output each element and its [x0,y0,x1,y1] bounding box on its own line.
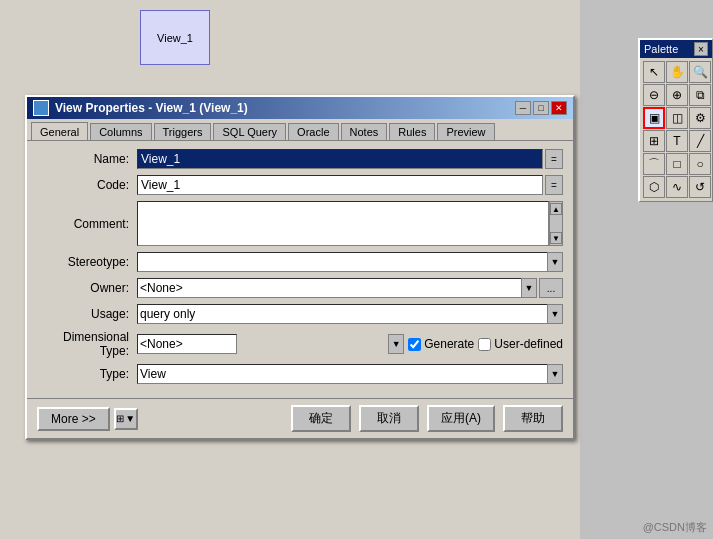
comment-scrollbar[interactable]: ▲ ▼ [549,201,563,246]
code-label: Code: [37,178,137,192]
owner-select-wrapper: <None> ▼ [137,278,537,298]
dialog-close-button[interactable]: ✕ [551,101,567,115]
generate-label-text: Generate [424,337,474,351]
dialog-restore-button[interactable]: □ [533,101,549,115]
palette-btn-view[interactable]: ◫ [666,107,688,129]
stereotype-select[interactable] [137,252,563,272]
code-input[interactable] [137,175,543,195]
name-eq-button[interactable]: = [545,149,563,169]
code-input-group: = [137,175,563,195]
dialog-title: View Properties - View_1 (View_1) [55,101,248,115]
owner-label: Owner: [37,281,137,295]
user-defined-checkbox[interactable] [478,338,491,351]
confirm-button[interactable]: 确定 [291,405,351,432]
palette-btn-line[interactable]: ╱ [689,130,711,152]
cancel-button[interactable]: 取消 [359,405,419,432]
tab-columns[interactable]: Columns [90,123,151,140]
scrollbar-up-arrow[interactable]: ▲ [550,203,562,215]
view-node[interactable]: View_1 [140,10,210,65]
dialog-content: Name: = Code: = Comment: ▲ ▼ [27,140,573,398]
tab-preview[interactable]: Preview [437,123,494,140]
palette-btn-pointer[interactable]: ↖ [643,61,665,83]
owner-browse-button[interactable]: ... [539,278,563,298]
tab-general[interactable]: General [31,122,88,140]
view-properties-dialog: View Properties - View_1 (View_1) ─ □ ✕ … [25,95,575,440]
palette-btn-rect[interactable]: □ [666,153,688,175]
palette-panel: Palette × ↖✋🔍⊖⊕⧉▣◫⚙⊞T╱⌒□○⬡∿↺ [638,38,713,202]
dim-type-group: <None> ▼ Generate User-defined [137,334,563,354]
comment-row: Comment: ▲ ▼ [37,201,563,246]
owner-select[interactable]: <None> [137,278,537,298]
palette-btn-table[interactable]: ⊞ [643,130,665,152]
palette-btn-zoom-area[interactable]: ⊕ [666,84,688,106]
comment-textarea[interactable] [137,201,549,246]
footer-right-group: 确定 取消 应用(A) 帮助 [291,405,563,432]
type-label: Type: [37,367,137,381]
usage-select-wrapper: query only ▼ [137,304,563,324]
user-defined-checkbox-label: User-defined [478,337,563,351]
usage-select[interactable]: query only [137,304,563,324]
palette-btn-zoom-in[interactable]: 🔍 [689,61,711,83]
type-select-wrapper: View ▼ [137,364,563,384]
palette-btn-loop[interactable]: ↺ [689,176,711,198]
palette-btn-hand[interactable]: ✋ [666,61,688,83]
tab-triggers[interactable]: Triggers [154,123,212,140]
type-row: Type: View ▼ [37,364,563,384]
dim-type-dropdown-arrow: ▼ [388,334,404,354]
tab-oracle[interactable]: Oracle [288,123,338,140]
owner-row: Owner: <None> ▼ ... [37,278,563,298]
palette-btn-text[interactable]: T [666,130,688,152]
generate-checkbox[interactable] [408,338,421,351]
code-row: Code: = [37,175,563,195]
palette-btn-poly[interactable]: ⬡ [643,176,665,198]
tab-notes[interactable]: Notes [341,123,388,140]
palette-btn-copy[interactable]: ⧉ [689,84,711,106]
dialog-titlebar: View Properties - View_1 (View_1) ─ □ ✕ [27,97,573,119]
dialog-controls: ─ □ ✕ [515,101,567,115]
name-input[interactable] [137,149,543,169]
footer-dropdown-arrow: ▼ [125,413,135,424]
footer-table-icon: ⊞ [116,413,124,424]
palette-title: Palette [644,43,678,55]
palette-titlebar: Palette × [640,40,712,58]
name-row: Name: = [37,149,563,169]
footer-left-group: More >> ⊞ ▼ [37,407,138,431]
usage-label: Usage: [37,307,137,321]
palette-btn-ellipse[interactable]: ○ [689,153,711,175]
apply-button[interactable]: 应用(A) [427,405,495,432]
palette-btn-curve[interactable]: ∿ [666,176,688,198]
dialog-minimize-button[interactable]: ─ [515,101,531,115]
tab-rules[interactable]: Rules [389,123,435,140]
owner-group: <None> ▼ ... [137,278,563,298]
stereotype-select-wrapper: ▼ [137,252,563,272]
code-eq-button[interactable]: = [545,175,563,195]
dim-type-select-wrapper: <None> ▼ [137,334,404,354]
palette-grid: ↖✋🔍⊖⊕⧉▣◫⚙⊞T╱⌒□○⬡∿↺ [640,58,712,201]
palette-btn-arc1[interactable]: ⌒ [643,153,665,175]
name-input-group: = [137,149,563,169]
footer-icon-button[interactable]: ⊞ ▼ [114,408,138,430]
usage-row: Usage: query only ▼ [37,304,563,324]
palette-close-button[interactable]: × [694,42,708,56]
help-button[interactable]: 帮助 [503,405,563,432]
more-button[interactable]: More >> [37,407,110,431]
generate-checkbox-label: Generate [408,337,474,351]
dialog-icon [33,100,49,116]
scrollbar-down-arrow[interactable]: ▼ [550,232,562,244]
palette-btn-zoom-out[interactable]: ⊖ [643,84,665,106]
palette-btn-entity[interactable]: ▣ [643,107,665,129]
comment-label: Comment: [37,217,137,231]
watermark: @CSDN博客 [643,520,707,535]
name-label: Name: [37,152,137,166]
dim-type-row: Dimensional Type: <None> ▼ Generate User… [37,330,563,358]
dim-type-label: Dimensional Type: [37,330,137,358]
comment-textarea-wrapper: ▲ ▼ [137,201,563,246]
palette-btn-gear[interactable]: ⚙ [689,107,711,129]
stereotype-label: Stereotype: [37,255,137,269]
view-node-label: View_1 [157,32,193,44]
type-select[interactable]: View [137,364,563,384]
stereotype-row: Stereotype: ▼ [37,252,563,272]
tab-sql-query[interactable]: SQL Query [213,123,286,140]
dialog-footer: More >> ⊞ ▼ 确定 取消 应用(A) 帮助 [27,398,573,438]
dim-type-select[interactable]: <None> [137,334,237,354]
